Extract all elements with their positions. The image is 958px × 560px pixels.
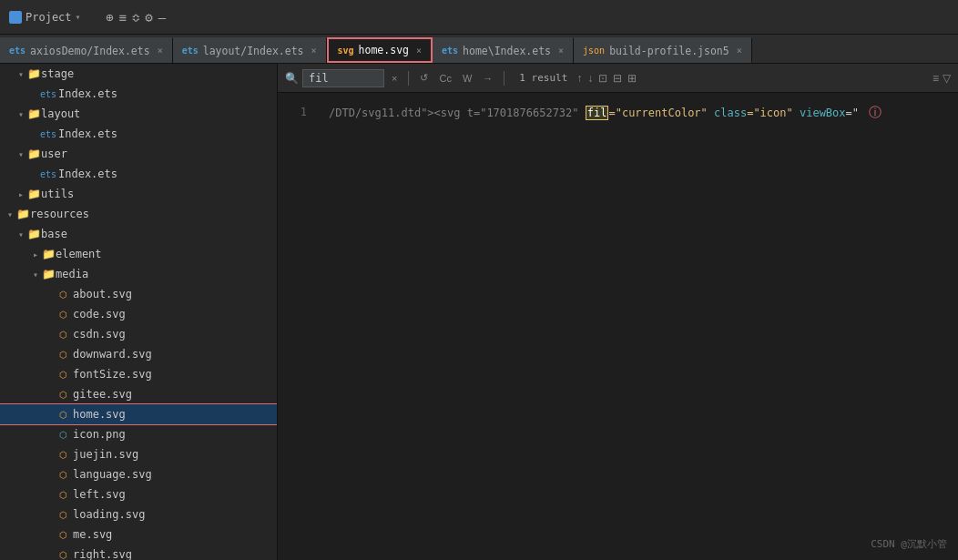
sidebar-item-juejin-svg[interactable]: ⬡ juejin.svg [0,444,277,464]
code-attr: ="currentColor" [608,107,714,119]
svg-icon: svg [338,46,354,56]
tab-home-svg[interactable]: svg home.svg × [327,37,433,63]
sidebar-item-layout-index[interactable]: ets Index.ets [0,124,277,144]
tab-axios[interactable]: ets axiosDemo/Index.ets × [0,37,173,63]
search-input[interactable] [302,69,384,87]
top-bar: Project ▾ ⊕ ≡ ≎ ⚙ — [0,0,958,35]
tab-axios-label: axiosDemo/Index.ets [30,45,150,57]
separator [408,71,409,86]
regex-button[interactable]: → [479,72,496,85]
sidebar-item-user-index-label: Index.ets [58,168,117,180]
folder-icon: 📁 [27,228,41,240]
sidebar-item-fontsize-svg[interactable]: ⬡ fontSize.svg [0,364,277,384]
sidebar-item-fontsize-svg-label: fontSize.svg [73,368,152,381]
collapse-result-button[interactable]: ⊟ [611,70,624,87]
svg-file-icon: ⬡ [56,489,69,500]
result-nav: ↑ ↓ ⊡ ⊟ ⊞ [575,70,638,87]
expand-arrow: ▾ [4,209,16,219]
svg-file-icon: ⬡ [56,309,69,320]
ts-file-icon: ets [42,168,55,179]
tab-build-profile[interactable]: json build-profile.json5 × [574,37,752,63]
project-icon [9,11,22,24]
sidebar-item-layout[interactable]: ▾ 📁 layout [0,104,277,124]
expand-arrow: ▾ [15,229,27,239]
replace-button[interactable]: ↺ [416,71,432,85]
sidebar-item-icon-png[interactable]: ⬡ icon.png [0,424,277,444]
sidebar-item-about-svg[interactable]: ⬡ about.svg [0,284,277,304]
funnel-button[interactable]: ▽ [943,72,951,85]
expand-arrow: ▸ [15,189,27,199]
prev-result-button[interactable]: ↑ [575,70,584,87]
expand-arrow: ▾ [29,270,42,280]
tab-home-svg-close[interactable]: × [416,46,422,56]
sidebar-item-me-svg[interactable]: ⬡ me.svg [0,524,277,545]
settings-icon[interactable]: ⚙ [145,10,152,25]
add-icon[interactable]: ⊕ [106,10,113,25]
svg-file-icon: ⬡ [56,349,69,360]
list-icon[interactable]: ≡ [118,10,126,25]
tab-home-index[interactable]: ets home\Index.ets × [433,37,574,63]
next-result-button[interactable]: ↓ [586,70,595,87]
sidebar-item-loading-svg-label: loading.svg [73,508,145,521]
svg-file-icon: ⬡ [56,409,69,420]
sidebar-item-csdn-svg[interactable]: ⬡ csdn.svg [0,324,277,344]
sidebar-item-stage[interactable]: ▾ 📁 stage [0,64,277,84]
sidebar-item-language-svg[interactable]: ⬡ language.svg [0,464,277,484]
watermark: CSDN @沉默小管 [871,537,947,551]
tab-home-index-label: home\Index.ets [463,45,551,57]
sidebar-item-media-label: media [56,268,88,280]
sidebar-item-downward-svg[interactable]: ⬡ downward.svg [0,344,277,364]
sidebar-item-language-svg-label: language.svg [73,468,152,481]
open-result-button[interactable]: ⊞ [626,70,638,87]
sidebar-item-code-svg[interactable]: ⬡ code.svg [0,304,277,324]
sidebar-item-layout-label: layout [41,107,80,120]
sidebar-item-left-svg[interactable]: ⬡ left.svg [0,484,277,504]
sidebar-item-loading-svg[interactable]: ⬡ loading.svg [0,504,277,524]
code-class: class [714,107,747,119]
clear-search-button[interactable]: × [388,72,401,85]
ts-icon: ets [9,46,25,56]
folder-icon: 📁 [27,67,41,80]
line-number-1: 1 [278,102,307,122]
minimize-icon[interactable]: — [158,10,166,25]
sidebar-item-resources[interactable]: ▾ 📁 resources [0,204,277,224]
json-icon: json [583,46,605,56]
line-numbers: 1 [278,93,314,122]
sidebar-item-base-label: base [41,228,67,240]
sidebar-item-csdn-svg-label: csdn.svg [73,328,126,341]
expand-result-button[interactable]: ⊡ [596,70,609,87]
sidebar-item-right-svg[interactable]: ⬡ right.svg [0,545,277,560]
sidebar-item-user-index[interactable]: ets Index.ets [0,164,277,184]
tab-layout-close[interactable]: × [311,46,317,56]
sidebar-item-base[interactable]: ▾ 📁 base [0,224,277,244]
diff-icon[interactable]: ≎ [132,10,139,25]
tab-build-profile-close[interactable]: × [737,46,742,56]
sidebar-item-element[interactable]: ▸ 📁 element [0,244,277,264]
sidebar: ▾ 📁 stage ets Index.ets ▾ 📁 layout ets I… [0,64,278,560]
sidebar-item-stage-label: stage [41,67,74,80]
sidebar-item-stage-index[interactable]: ets Index.ets [0,84,277,104]
tab-axios-close[interactable]: × [158,46,163,56]
tab-home-index-close[interactable]: × [558,46,564,56]
sidebar-item-icon-png-label: icon.png [73,428,126,441]
sidebar-item-home-svg[interactable]: ⬡ home.svg [0,404,277,424]
sidebar-item-left-svg-label: left.svg [73,488,126,501]
filter-button[interactable]: ≡ [933,72,939,85]
word-button[interactable]: W [459,72,475,85]
sidebar-item-layout-index-label: Index.ets [58,127,117,140]
expand-arrow: ▾ [15,109,27,119]
svg-file-icon: ⬡ [56,449,69,460]
svg-file-icon: ⬡ [56,469,69,480]
editor-area: 🔍 × ↺ Cc W → 1 result ↑ ↓ ⊡ ⊟ ⊞ ≡ ▽ 1 [278,64,958,560]
svg-file-icon: ⬡ [56,389,69,400]
sidebar-item-downward-svg-label: downward.svg [73,348,152,361]
sidebar-item-media[interactable]: ▾ 📁 media [0,264,277,284]
sidebar-item-user[interactable]: ▾ 📁 user [0,144,277,164]
ts-icon: ets [182,46,199,56]
sidebar-item-utils[interactable]: ▸ 📁 utils [0,184,277,204]
case-button[interactable]: Cc [435,72,454,85]
sidebar-item-user-label: user [41,148,67,160]
tab-layout[interactable]: ets layout/Index.ets × [173,37,327,63]
sidebar-item-gitee-svg[interactable]: ⬡ gitee.svg [0,384,277,404]
code-area[interactable]: /DTD/svg11.dtd"><svg t="1701876652732" f… [321,93,958,122]
